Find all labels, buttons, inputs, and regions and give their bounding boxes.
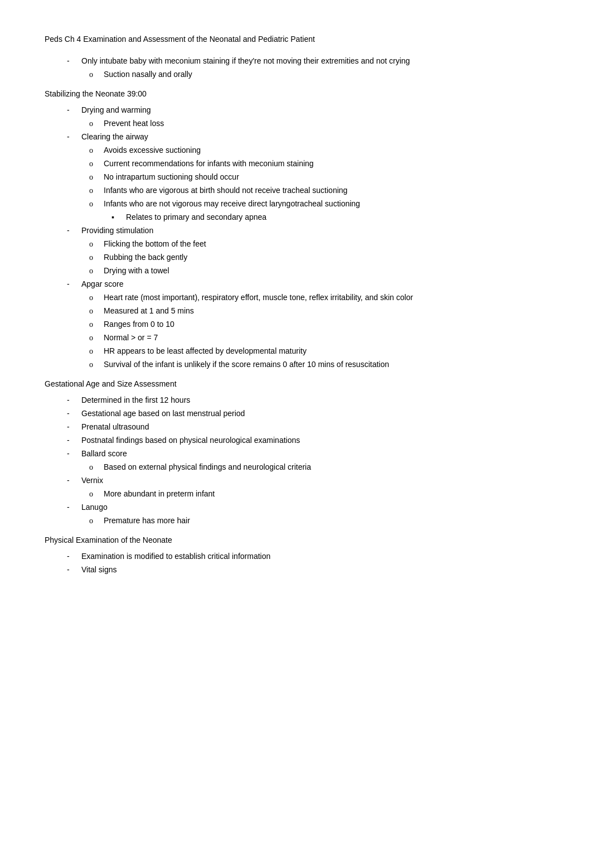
item-text: Rubbing the back gently bbox=[104, 252, 547, 263]
item-text: Suction nasally and orally bbox=[104, 69, 547, 80]
bullet-prefix: - bbox=[67, 104, 78, 116]
item-text: Relates to primary and secondary apnea bbox=[126, 211, 547, 223]
bullet-prefix: - bbox=[67, 55, 78, 67]
bullet-prefix: o bbox=[89, 198, 100, 210]
bullet-prefix: o bbox=[89, 118, 100, 129]
item-text: Providing stimulation bbox=[81, 225, 547, 237]
bullet-prefix: o bbox=[89, 238, 100, 250]
bullet-prefix: - bbox=[67, 131, 78, 143]
item-text: Lanugo bbox=[81, 501, 547, 513]
bullet-prefix: ▪ bbox=[111, 211, 123, 223]
section-title: Gestational Age and Size Assessment bbox=[45, 378, 547, 390]
bullet-prefix: - bbox=[67, 421, 78, 433]
item-text: Infants who are vigorous at birth should… bbox=[104, 185, 547, 196]
item-text: Vital signs bbox=[81, 564, 547, 576]
bullet-prefix: o bbox=[89, 515, 100, 527]
bullet-prefix: o bbox=[89, 332, 100, 344]
bullet-prefix: - bbox=[67, 225, 78, 237]
item-text: Drying with a towel bbox=[104, 265, 547, 277]
bullet-prefix: - bbox=[67, 408, 78, 419]
item-text: Ranges from 0 to 10 bbox=[104, 319, 547, 330]
item-text: Gestational age based on last menstrual … bbox=[81, 408, 547, 419]
item-text: Postnatal findings based on physical neu… bbox=[81, 435, 547, 446]
item-text: Only intubate baby with meconium stainin… bbox=[81, 55, 547, 67]
item-text: Drying and warming bbox=[81, 104, 547, 116]
item-text: More abundant in preterm infant bbox=[104, 488, 547, 500]
bullet-prefix: o bbox=[89, 292, 100, 303]
section-stabilizing: Stabilizing the Neonate 39:00-Drying and… bbox=[45, 88, 547, 370]
bullet-prefix: o bbox=[89, 69, 100, 80]
bullet-prefix: - bbox=[67, 394, 78, 406]
item-text: Prenatal ultrasound bbox=[81, 421, 547, 433]
item-text: Normal > or = 7 bbox=[104, 332, 547, 344]
section-physical_exam: Physical Examination of the Neonate-Exam… bbox=[45, 534, 547, 576]
item-text: Measured at 1 and 5 mins bbox=[104, 305, 547, 317]
bullet-prefix: o bbox=[89, 461, 100, 473]
item-text: Premature has more hair bbox=[104, 515, 547, 527]
bullet-prefix: o bbox=[89, 171, 100, 183]
bullet-prefix: o bbox=[89, 144, 100, 156]
item-text: Avoids excessive suctioning bbox=[104, 144, 547, 156]
section-intro: -Only intubate baby with meconium staini… bbox=[45, 55, 547, 80]
bullet-prefix: o bbox=[89, 345, 100, 357]
section-gestational: Gestational Age and Size Assessment-Dete… bbox=[45, 378, 547, 527]
bullet-prefix: - bbox=[67, 448, 78, 460]
bullet-prefix: - bbox=[67, 501, 78, 513]
bullet-prefix: o bbox=[89, 319, 100, 330]
item-text: Apgar score bbox=[81, 278, 547, 290]
item-text: Clearing the airway bbox=[81, 131, 547, 143]
item-text: Determined in the first 12 hours bbox=[81, 394, 547, 406]
item-text: Infants who are not vigorous may receive… bbox=[104, 198, 547, 210]
item-text: Based on external physical findings and … bbox=[104, 461, 547, 473]
bullet-prefix: - bbox=[67, 475, 78, 486]
item-text: Current recommendations for infants with… bbox=[104, 158, 547, 170]
main-title: Peds Ch 4 Examination and Assessment of … bbox=[45, 33, 547, 45]
item-text: HR appears to be least affected by devel… bbox=[104, 345, 547, 357]
item-text: Flicking the bottom of the feet bbox=[104, 238, 547, 250]
bullet-prefix: o bbox=[89, 158, 100, 170]
bullet-prefix: - bbox=[67, 551, 78, 562]
item-text: Survival of the infant is unlikely if th… bbox=[104, 359, 547, 370]
item-text: Heart rate (most important), respiratory… bbox=[104, 292, 547, 303]
bullet-prefix: - bbox=[67, 564, 78, 576]
item-text: No intrapartum suctioning should occur bbox=[104, 171, 547, 183]
item-text: Examination is modified to establish cri… bbox=[81, 551, 547, 562]
bullet-prefix: o bbox=[89, 359, 100, 370]
item-text: Ballard score bbox=[81, 448, 547, 460]
bullet-prefix: - bbox=[67, 435, 78, 446]
bullet-prefix: o bbox=[89, 488, 100, 500]
bullet-prefix: o bbox=[89, 185, 100, 196]
section-title: Stabilizing the Neonate 39:00 bbox=[45, 88, 547, 100]
page-container: Peds Ch 4 Examination and Assessment of … bbox=[45, 33, 547, 576]
bullet-prefix: - bbox=[67, 278, 78, 290]
bullet-prefix: o bbox=[89, 265, 100, 277]
item-text: Prevent heat loss bbox=[104, 118, 547, 129]
bullet-prefix: o bbox=[89, 305, 100, 317]
item-text: Vernix bbox=[81, 475, 547, 486]
bullet-prefix: o bbox=[89, 252, 100, 263]
section-title: Physical Examination of the Neonate bbox=[45, 534, 547, 546]
